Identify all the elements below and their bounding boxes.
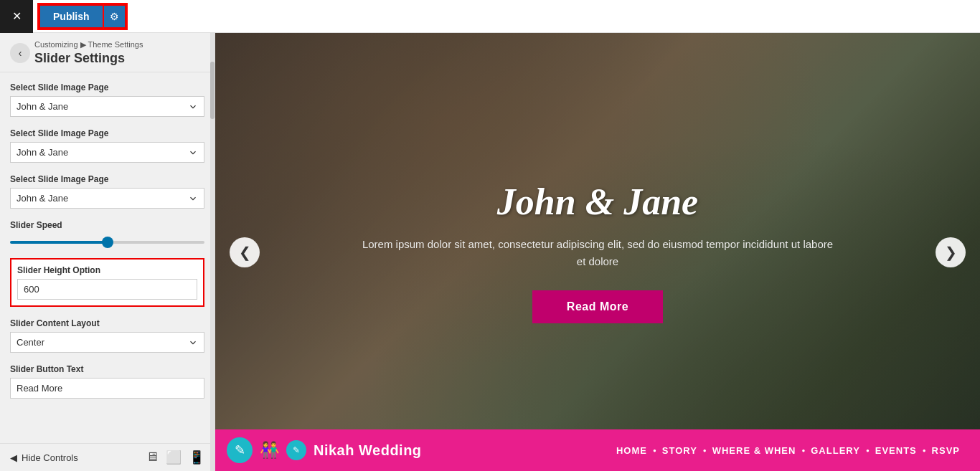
sidebar-footer: ◀ Hide Controls 🖥 ⬜ 📱: [0, 443, 215, 471]
field-select-slide-2: Select Slide Image Page John & Jane Opti…: [10, 128, 204, 163]
sidebar: ‹ Customizing ▶ Theme Settings Slider Se…: [0, 33, 215, 471]
sidebar-header: ‹ Customizing ▶ Theme Settings Slider Se…: [0, 33, 215, 72]
publish-area: Publish ⚙: [39, 4, 126, 29]
select-content-layout[interactable]: Center Left Right: [10, 332, 204, 353]
publish-settings-button[interactable]: ⚙: [104, 4, 126, 29]
slider-prev-button[interactable]: ❮: [230, 237, 260, 267]
gear-icon: ⚙: [110, 11, 119, 22]
field-label-slider-speed: Slider Speed: [10, 220, 204, 230]
breadcrumb-theme-settings: Theme Settings: [88, 40, 143, 49]
hero-content: John & Jane Lorem ipsum dolor sit amet, …: [347, 166, 849, 338]
sidebar-scrollbar-thumb[interactable]: [210, 62, 215, 119]
nav-item-where-when[interactable]: WHERE & WHEN: [707, 445, 802, 456]
select-slide-3[interactable]: John & Jane Option 2 Option 3: [10, 188, 204, 209]
breadcrumb: Customizing ▶ Theme Settings: [34, 40, 143, 49]
nav-brand-name: Nikah Wedding: [314, 442, 422, 459]
hide-controls-label: Hide Controls: [22, 452, 78, 463]
field-select-slide-1: Select Slide Image Page John & Jane Opti…: [10, 82, 204, 117]
breadcrumb-section: Customizing ▶ Theme Settings Slider Sett…: [34, 40, 143, 66]
field-label-content-layout: Slider Content Layout: [10, 318, 204, 328]
field-label-button-text: Slider Button Text: [10, 364, 204, 374]
close-button[interactable]: ✕: [0, 0, 33, 33]
nav-item-home[interactable]: HOME: [611, 445, 653, 456]
hero-title: John & Jane: [361, 181, 834, 223]
sidebar-scrollbar-track: [210, 33, 215, 471]
hide-controls-back-icon: ◀: [10, 452, 17, 463]
device-icons: 🖥 ⬜ 📱: [146, 449, 204, 465]
publish-button[interactable]: Publish: [39, 4, 104, 29]
sidebar-content[interactable]: Select Slide Image Page John & Jane Opti…: [0, 72, 215, 471]
slider-speed-container: [10, 234, 204, 247]
field-label-select2: Select Slide Image Page: [10, 128, 204, 138]
section-title: Slider Settings: [34, 51, 143, 66]
breadcrumb-customizing: Customizing: [34, 40, 78, 49]
back-icon: ‹: [19, 47, 22, 59]
breadcrumb-separator: ▶: [80, 40, 88, 49]
slider-speed-input[interactable]: [10, 241, 204, 244]
field-slider-height: Slider Height Option: [10, 258, 204, 307]
nav-pencil-icon-left[interactable]: ✎: [227, 437, 253, 463]
button-text-input[interactable]: [10, 378, 204, 399]
hero-slider: ❮ John & Jane Lorem ipsum dolor sit amet…: [215, 33, 980, 471]
field-content-layout: Slider Content Layout Center Left Right: [10, 318, 204, 353]
close-icon: ✕: [12, 9, 22, 23]
nav-item-events[interactable]: EVENTS: [870, 445, 923, 456]
field-label-select3: Select Slide Image Page: [10, 174, 204, 184]
nav-item-rsvp[interactable]: RSVP: [926, 445, 966, 456]
preview-nav: ✎ 👫 ✎ Nikah Wedding HOME ● STORY ● WHERE…: [215, 429, 980, 471]
pencil-icon: ✎: [235, 442, 245, 458]
top-bar: ✕ Publish ⚙: [0, 0, 980, 33]
hero-description: Lorem ipsum dolor sit amet, consectetur …: [361, 236, 834, 270]
field-label-slider-height: Slider Height Option: [17, 265, 197, 275]
tablet-icon[interactable]: ⬜: [166, 449, 182, 465]
select-slide-2[interactable]: John & Jane Option 2 Option 3: [10, 142, 204, 163]
nav-pencil-icon-right[interactable]: ✎: [286, 440, 306, 460]
desktop-icon[interactable]: 🖥: [146, 449, 159, 465]
field-select-slide-3: Select Slide Image Page John & Jane Opti…: [10, 174, 204, 209]
preview-area: ❮ John & Jane Lorem ipsum dolor sit amet…: [215, 33, 980, 471]
hide-controls-button[interactable]: ◀ Hide Controls: [10, 452, 78, 463]
next-icon: ❯: [945, 244, 957, 261]
nav-item-gallery[interactable]: GALLERY: [805, 445, 866, 456]
nav-item-story[interactable]: STORY: [656, 445, 703, 456]
back-button[interactable]: ‹: [10, 43, 30, 63]
slider-next-button[interactable]: ❯: [936, 237, 966, 267]
field-button-text: Slider Button Text: [10, 364, 204, 399]
main-layout: ‹ Customizing ▶ Theme Settings Slider Se…: [0, 33, 980, 471]
nav-dancers-icon: 👫: [260, 441, 279, 460]
select-slide-1[interactable]: John & Jane Option 2 Option 3: [10, 96, 204, 117]
nav-logo-area: ✎ 👫 ✎ Nikah Wedding: [215, 437, 433, 463]
field-slider-speed: Slider Speed: [10, 220, 204, 247]
field-label-select1: Select Slide Image Page: [10, 82, 204, 92]
slider-height-input[interactable]: [17, 279, 197, 300]
hero-read-more-button[interactable]: Read More: [532, 290, 663, 323]
pencil-icon-2: ✎: [293, 445, 300, 455]
mobile-icon[interactable]: 📱: [189, 449, 204, 465]
prev-icon: ❮: [239, 244, 251, 261]
nav-menu: HOME ● STORY ● WHERE & WHEN ● GALLERY ● …: [433, 445, 980, 456]
